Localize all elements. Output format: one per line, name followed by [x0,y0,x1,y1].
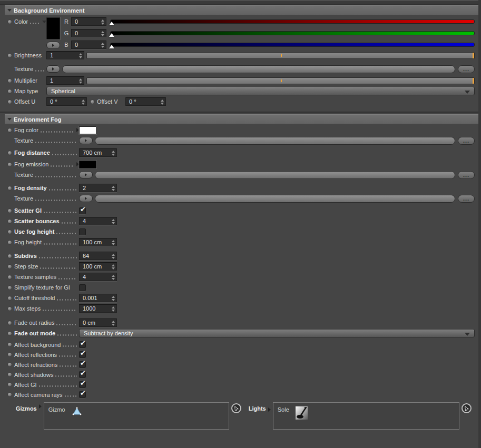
anim-dot[interactable] [7,19,12,24]
spinner-icon[interactable] [79,53,82,58]
anim-dot[interactable] [7,230,12,234]
subdivs-field[interactable]: 64 [79,252,117,260]
blue-field[interactable]: 0 [71,41,106,49]
cutoff-threshold-field[interactable]: 0.001 [79,294,117,302]
affect-background-checkbox[interactable]: ✔ [79,341,86,348]
anim-dot[interactable] [7,208,12,213]
offset-u-field[interactable]: 0 ° [46,97,87,106]
simplify-texture-checkbox[interactable] [79,284,86,291]
texture-expand-button[interactable] [79,195,93,202]
slider-handle-icon[interactable] [109,22,114,25]
anim-dot[interactable] [7,296,12,301]
anim-dot[interactable] [7,264,12,269]
fog-color-swatch[interactable] [79,126,96,134]
affect-reflections-checkbox[interactable]: ✔ [79,351,86,358]
gizmos-pick-button[interactable] [231,403,241,413]
anim-dot[interactable] [7,162,12,167]
lights-listbox[interactable]: Sole [273,402,459,430]
texture-expand-button[interactable] [79,137,93,144]
offset-v-field[interactable]: 0 ° [125,97,166,106]
texture-browse-button[interactable]: ... [458,171,475,179]
color-expand-button[interactable] [46,42,60,49]
collapse-triangle-icon[interactable] [7,118,12,121]
anim-dot[interactable] [7,306,12,311]
spinner-icon[interactable] [112,275,115,280]
expand-arrow-icon[interactable] [268,407,271,412]
texture-field[interactable] [95,195,455,203]
texture-field[interactable] [95,137,455,145]
anim-dot[interactable] [7,151,12,155]
fog-height-field[interactable]: 100 cm [79,238,117,246]
anim-dot[interactable] [7,99,12,104]
color-swatch[interactable] [46,17,60,39]
green-slider[interactable] [110,31,475,35]
spinner-icon[interactable] [112,151,115,156]
spinner-icon[interactable] [112,306,115,312]
spinner-icon[interactable] [112,321,115,326]
scatter-bounces-field[interactable]: 4 [79,217,117,225]
texture-field[interactable] [62,65,455,73]
spinner-icon[interactable] [101,31,104,36]
gizmos-listbox[interactable]: Gizmo [44,402,229,430]
multiplier-field[interactable]: 1 [46,76,84,85]
red-slider[interactable] [110,19,475,24]
brightness-slider[interactable] [86,52,475,59]
anim-dot[interactable] [7,128,12,133]
texture-expand-button[interactable] [79,171,93,178]
anim-dot[interactable] [90,99,95,104]
expand-arrow-icon[interactable] [39,404,42,409]
brightness-field[interactable]: 1 [46,51,84,59]
spinner-icon[interactable] [112,264,115,270]
gizmo-cone-icon[interactable] [72,406,82,416]
texture-browse-button[interactable]: ... [458,195,475,203]
slider-handle-icon[interactable] [109,45,114,48]
texture-samples-field[interactable]: 4 [79,273,117,281]
max-steps-field[interactable]: 1000 [79,304,117,313]
affect-gi-checkbox[interactable]: ✔ [79,381,86,388]
spinner-icon[interactable] [112,254,115,259]
anim-dot[interactable] [7,392,12,397]
anim-dot[interactable] [7,219,12,224]
anim-dot[interactable] [7,372,12,377]
spinner-icon[interactable] [101,19,104,25]
texture-field[interactable] [95,171,455,179]
map-type-dropdown[interactable]: Spherical [46,87,475,95]
affect-camera-rays-checkbox[interactable]: ✔ [79,391,86,398]
fog-emission-swatch[interactable] [79,161,96,168]
texture-browse-button[interactable]: ... [458,137,475,145]
gizmo-item-label[interactable]: Gizmo [48,406,65,413]
texture-expand-button[interactable] [46,65,60,73]
affect-refractions-checkbox[interactable]: ✔ [79,361,86,368]
anim-dot[interactable] [7,240,12,245]
anim-dot[interactable] [7,382,12,387]
affect-shadows-checkbox[interactable]: ✔ [79,371,86,378]
spinner-icon[interactable] [112,219,115,224]
anim-dot[interactable] [7,321,12,325]
anim-dot[interactable] [7,285,12,290]
spinner-icon[interactable] [161,99,164,105]
spinner-icon[interactable] [79,78,82,84]
spinner-icon[interactable] [101,43,104,48]
step-size-field[interactable]: 100 cm [79,262,117,271]
anim-dot[interactable] [7,362,12,367]
section-header-background[interactable]: Background Environment [5,5,479,15]
anim-dot[interactable] [7,275,12,280]
scatter-gi-checkbox[interactable]: ✔ [79,207,86,214]
fog-density-field[interactable]: 2 [79,184,117,192]
anim-dot[interactable] [7,342,12,347]
red-field[interactable]: 0 [71,17,106,26]
fog-distance-field[interactable]: 700 cm [79,148,117,157]
spinner-icon[interactable] [112,240,115,245]
slider-handle-icon[interactable] [109,33,114,37]
spotlight-icon[interactable] [296,406,308,420]
anim-dot[interactable] [7,254,12,258]
blue-slider[interactable] [110,43,475,47]
spinner-icon[interactable] [112,296,115,301]
anim-dot[interactable] [7,352,12,357]
lights-pick-button[interactable] [462,403,472,413]
green-field[interactable]: 0 [71,29,106,37]
color-mode-dropdown-icon[interactable] [42,21,46,23]
anim-dot[interactable] [7,331,12,336]
collapse-triangle-icon[interactable] [7,9,12,12]
multiplier-slider[interactable] [86,77,475,84]
